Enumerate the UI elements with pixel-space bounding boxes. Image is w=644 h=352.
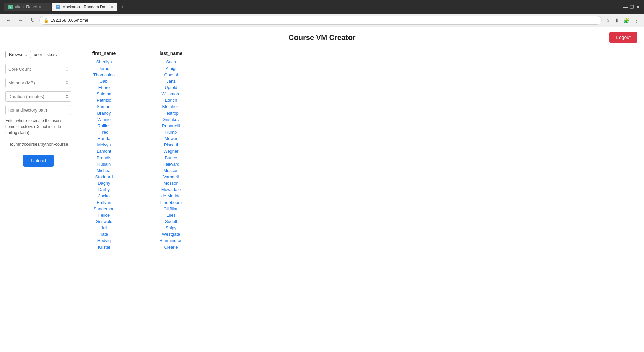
browser-tabs: V Vite + React ✕ M Mockaroo - Random Da.… (4, 3, 127, 11)
table-row: BrandyHestrop (84, 110, 637, 116)
close-icon[interactable]: ✕ (636, 4, 640, 10)
table-row: SherilynSuch (84, 59, 637, 65)
cell-last-name: Mosson (151, 181, 191, 186)
file-input-row: Browse... user_list.csv (5, 51, 71, 58)
upload-button[interactable]: Upload (23, 155, 54, 167)
bookmark-icon[interactable]: ☆ (604, 16, 611, 25)
table-row: FredRump (84, 129, 637, 135)
cell-first-name: Kristal (84, 245, 124, 250)
memory-input[interactable] (8, 80, 66, 85)
cell-last-name: Wegner (151, 149, 191, 154)
cell-first-name: Thomasina (84, 72, 124, 77)
forward-button[interactable]: → (16, 17, 25, 24)
duration-wrapper: ▲ ▼ (5, 91, 71, 102)
cell-first-name: Melvyn (84, 142, 124, 147)
table-header: first_name last_name (84, 51, 637, 56)
duration-input[interactable] (8, 94, 66, 99)
table-row: BrendisBunce (84, 155, 637, 161)
browser-toolbar: ← → ↻ 🔒 192.168.0.66/home ☆ ⬇ 🧩 ⋮ (0, 14, 644, 27)
cell-last-name: Lindeboom (151, 200, 191, 205)
cell-last-name: Upfold (151, 85, 191, 90)
cell-first-name: Sanderson (84, 206, 124, 211)
cell-last-name: Janz (151, 79, 191, 84)
cell-last-name: Piscotti (151, 142, 191, 147)
cell-first-name: Randa (84, 136, 124, 141)
cell-first-name: Samuel (84, 104, 124, 109)
cell-first-name: Saloma (84, 91, 124, 96)
col-header-first-name: first_name (84, 51, 124, 56)
table-row: SalomaWillsmore (84, 91, 637, 97)
tab-vite-close[interactable]: ✕ (39, 5, 42, 9)
cell-last-name: Kleinholz (151, 104, 191, 109)
cell-first-name: Darby (84, 187, 124, 192)
tab-vite-react[interactable]: V Vite + React ✕ (4, 3, 51, 11)
cell-first-name: Stoddard (84, 174, 124, 179)
sidebar: Browse... user_list.csv ▲ ▼ ▲ ▼ ▲ ▼ (0, 27, 77, 352)
cell-last-name: Willsmore (151, 91, 191, 96)
cell-last-name: Varndell (151, 174, 191, 179)
mockaroo-favicon: M (56, 5, 60, 9)
core-count-input[interactable] (8, 67, 66, 72)
download-icon[interactable]: ⬇ (613, 16, 620, 25)
cell-first-name: Hedvig (84, 238, 124, 243)
menu-icon[interactable]: ⋮ (633, 16, 640, 25)
restore-icon[interactable]: ❐ (630, 4, 634, 10)
table-row: FeliceElies (84, 212, 637, 218)
cell-last-name: Godsal (151, 72, 191, 77)
table-row: TateWestgate (84, 231, 637, 237)
cell-first-name: Emlynn (84, 200, 124, 205)
address-text[interactable]: 192.168.0.66/home (51, 18, 88, 23)
table-row: KristalClearie (84, 244, 637, 250)
cell-last-name: Such (151, 59, 191, 64)
extensions-icon[interactable]: 🧩 (622, 16, 631, 25)
table-row: JeradAloigi (84, 65, 637, 72)
core-count-arrows[interactable]: ▲ ▼ (66, 66, 68, 72)
cell-last-name: Hestrop (151, 111, 191, 116)
cell-last-name: Rubartelli (151, 123, 191, 128)
cell-last-name: Mowsdale (151, 187, 191, 192)
cell-first-name: Winnie (84, 117, 124, 122)
cell-first-name: Dagny (84, 181, 124, 186)
memory-wrapper: ▲ ▼ (5, 78, 71, 88)
table-row: DarbyMowsdale (84, 186, 637, 193)
cell-first-name: Sherilyn (84, 59, 124, 64)
cell-last-name: Moscon (151, 168, 191, 173)
table-row: SamuelKleinholz (84, 103, 637, 110)
table-row: ThomasinaGodsal (84, 72, 637, 78)
tab-mockaroo-close[interactable]: ✕ (110, 5, 113, 9)
memory-arrows[interactable]: ▲ ▼ (66, 80, 68, 86)
col-header-last-name: last_name (151, 51, 191, 56)
cell-last-name: Rump (151, 130, 191, 135)
app-container: Course VM Creator Logout Browse... user_… (0, 27, 644, 352)
address-bar[interactable]: 🔒 192.168.0.66/home (39, 16, 602, 25)
duration-arrows[interactable]: ▲ ▼ (66, 94, 68, 99)
table-row: HusainHallward (84, 161, 637, 167)
home-dir-input[interactable] (5, 105, 71, 115)
cell-first-name: Brendis (84, 155, 124, 160)
back-button[interactable]: ← (4, 17, 13, 24)
table-row: PatrizioEdrich (84, 97, 637, 103)
table-row: MelvynPiscotti (84, 142, 637, 148)
browse-button[interactable]: Browse... (5, 51, 31, 58)
table-row: StoddardVarndell (84, 174, 637, 180)
tab-mockaroo[interactable]: M Mockaroo - Random Da... ✕ (52, 3, 117, 11)
table-row: HedvigRimmington (84, 237, 637, 244)
table-row: EmlynnLindeboom (84, 199, 637, 206)
cell-first-name: Jocko (84, 193, 124, 199)
browser-window-controls: — ❐ ✕ (623, 4, 640, 10)
cell-first-name: Tate (84, 232, 124, 237)
logout-button[interactable]: Logout (609, 32, 637, 43)
refresh-button[interactable]: ↻ (28, 16, 37, 24)
cell-first-name: Husain (84, 162, 124, 167)
minimize-icon[interactable]: — (623, 4, 628, 10)
cell-first-name: Brandy (84, 111, 124, 116)
cell-last-name: Grishkov (151, 117, 191, 122)
add-tab-button[interactable]: + (118, 3, 126, 11)
cell-first-name: Patrizio (84, 98, 124, 103)
table-row: GabiJanz (84, 78, 637, 84)
cell-first-name: Rollins (84, 123, 124, 128)
table-row: DagnyMosson (84, 180, 637, 186)
data-table: first_name last_name SherilynSuchJeradAl… (84, 51, 637, 250)
cell-first-name: Micheal (84, 168, 124, 173)
table-row: Jockode Merida (84, 193, 637, 199)
